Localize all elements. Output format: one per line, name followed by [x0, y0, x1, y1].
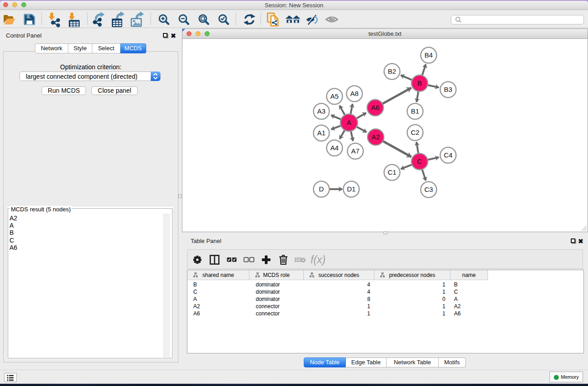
svg-text:A8: A8 [350, 90, 359, 97]
svg-text:B4: B4 [425, 51, 433, 59]
svg-text:C: C [417, 157, 422, 165]
svg-text:A3: A3 [317, 107, 325, 115]
svg-text:C2: C2 [411, 129, 419, 136]
svg-text:C1: C1 [387, 168, 396, 176]
svg-text:f(x): f(x) [311, 254, 325, 266]
svg-text:B2: B2 [388, 67, 396, 75]
svg-text:A1: A1 [317, 129, 325, 137]
svg-text:A7: A7 [351, 147, 359, 155]
svg-text:D1: D1 [347, 185, 355, 193]
svg-text:B: B [417, 79, 422, 87]
svg-text:A5: A5 [330, 92, 339, 100]
svg-text:D: D [319, 185, 324, 193]
svg-text:C4: C4 [444, 151, 452, 159]
svg-text:A: A [347, 119, 351, 126]
svg-text:B1: B1 [411, 107, 419, 115]
svg-text:C3: C3 [424, 186, 433, 193]
svg-text:A2: A2 [372, 133, 380, 141]
svg-text:B3: B3 [444, 86, 452, 93]
svg-text:A6: A6 [371, 104, 379, 111]
svg-text:A4: A4 [330, 144, 339, 152]
